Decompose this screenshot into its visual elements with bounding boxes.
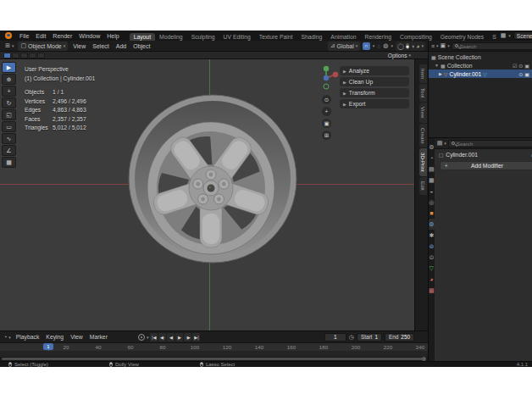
overlays-icon[interactable]: ◍	[383, 42, 388, 49]
breadcrumb-icon[interactable]: ▤	[437, 140, 443, 147]
options-button[interactable]: Options▾	[388, 53, 424, 58]
chevron-down-icon[interactable]: ▾	[373, 43, 375, 48]
shading-material-icon[interactable]: ◑	[411, 43, 414, 49]
topbar-menu[interactable]: Edit	[32, 33, 49, 39]
properties-tab-icon[interactable]: ◕	[429, 274, 435, 285]
workspace-tab[interactable]: Compositing	[396, 33, 436, 41]
timeline-tracks[interactable]	[0, 351, 428, 357]
workspace-tab[interactable]: Modeling	[155, 33, 187, 41]
playback-button[interactable]: |◀	[150, 333, 158, 342]
tool-button[interactable]: ▦	[2, 157, 16, 168]
properties-tab-icon[interactable]: ⚙	[429, 219, 435, 230]
workspace-tab[interactable]: Shading	[296, 33, 326, 41]
npanel-tab[interactable]: Item	[419, 64, 427, 83]
tool-button[interactable]: ⊕	[2, 74, 16, 85]
playback-button[interactable]: ·▶	[184, 333, 191, 342]
start-frame-field[interactable]: Start1	[357, 333, 382, 342]
nav-button[interactable]: ⊞	[322, 131, 331, 140]
shading-rendered-icon[interactable]: ◕	[416, 43, 419, 49]
properties-tab-icon[interactable]: ▽	[429, 263, 435, 274]
timeline-ruler[interactable]: 20406080100120140160180200220240 1	[0, 342, 428, 351]
editor-type-button[interactable]: ⊞▾	[3, 42, 16, 51]
npanel-tab[interactable]: View	[419, 103, 427, 122]
topbar-menu[interactable]: File	[16, 33, 32, 39]
tool-button[interactable]: ∠	[2, 145, 16, 156]
workspace-tab[interactable]: Texture Paint	[255, 33, 297, 41]
npanel-section[interactable]: ▶ Transform	[340, 88, 409, 97]
select-mode-subtract-button[interactable]	[20, 53, 28, 58]
nav-button[interactable]: +	[322, 107, 331, 116]
outliner-search-input[interactable]	[460, 43, 532, 49]
properties-search[interactable]	[448, 140, 532, 147]
display-mode-icon[interactable]: ▣	[441, 42, 446, 49]
workspace-tab[interactable]: Sculpting	[187, 33, 219, 41]
properties-tab-icon[interactable]: ⊙	[429, 252, 435, 263]
end-frame-field[interactable]: End250	[385, 333, 414, 342]
properties-tab-icon[interactable]: ■	[429, 208, 435, 219]
tool-button[interactable]: ◱	[2, 109, 16, 120]
npanel-tab[interactable]: Tool	[419, 84, 427, 102]
outliner-row-collection[interactable]: ▼ ▦ Collection ☑ ⊙ ▣	[429, 61, 532, 69]
nav-button[interactable]: ⊙	[322, 95, 331, 104]
chevron-down-icon[interactable]: ▼	[435, 63, 439, 68]
npanel-section[interactable]: ▶ Export	[340, 99, 409, 108]
properties-tab-icon[interactable]: ▤	[429, 164, 435, 175]
tool-button[interactable]: ▭	[2, 121, 16, 132]
select-mode-invert-button[interactable]	[29, 53, 36, 58]
tool-button[interactable]: +	[2, 86, 16, 97]
playback-button[interactable]: ◀	[167, 333, 175, 342]
viewport-menu[interactable]: Object	[130, 43, 153, 49]
chevron-right-icon[interactable]: ▶	[439, 71, 442, 76]
npanel-tab[interactable]: 3D-Print	[419, 148, 427, 176]
mode-selector[interactable]: ▢Object Mode▾	[18, 42, 68, 51]
properties-search-input[interactable]	[457, 141, 530, 147]
properties-tab-icon[interactable]: ◎	[429, 197, 435, 208]
timeline-menu[interactable]: Keying	[42, 334, 67, 340]
auto-keying-icon[interactable]	[138, 334, 145, 341]
select-mode-intersect-button[interactable]	[37, 53, 45, 58]
hide-eye-icon[interactable]: ⊙	[518, 63, 523, 69]
outliner-row-scene-collection[interactable]: ▦ Scene Collection	[429, 53, 532, 61]
tool-button[interactable]: ∿	[2, 133, 16, 144]
workspace-tab[interactable]: UV Editing	[219, 33, 255, 41]
topbar-menu[interactable]: Window	[75, 33, 103, 39]
current-frame-field[interactable]: 1	[324, 333, 346, 342]
properties-tab-icon[interactable]: ✱	[429, 230, 435, 241]
npanel-section[interactable]: ▶ Analyze	[340, 66, 409, 75]
workspace-tab[interactable]: Geometry Nodes	[436, 33, 488, 41]
timeline-menu[interactable]: Marker	[86, 334, 111, 340]
properties-tab-icon[interactable]: ▩	[429, 285, 435, 296]
shading-solid-icon[interactable]: ●	[406, 43, 409, 49]
hide-eye-icon[interactable]: ⊙	[518, 71, 523, 77]
tool-button[interactable]: ↻	[2, 97, 16, 108]
playback-button[interactable]: ▶	[175, 333, 183, 342]
timeline-menu[interactable]: View	[67, 334, 86, 340]
properties-tab-icon[interactable]: ◔	[429, 153, 435, 164]
disable-render-icon[interactable]: ▣	[524, 63, 529, 69]
navigation-gizmo[interactable]	[314, 64, 340, 92]
snap-magnet-icon[interactable]: ∩	[363, 42, 369, 50]
outliner-row-cylinder[interactable]: ▶ ▽ Cylinder.001 ▽ ⊙ ▣	[429, 69, 532, 78]
topbar-menu[interactable]: Render	[49, 33, 75, 39]
outliner-search[interactable]	[452, 42, 532, 50]
topbar-menu[interactable]: Help	[103, 33, 122, 39]
workspace-tab[interactable]: Layout	[130, 33, 155, 41]
blender-logo-icon[interactable]	[5, 32, 12, 39]
select-mode-extend-button[interactable]	[12, 53, 19, 58]
add-modifier-button[interactable]: + Add Modifier	[440, 161, 532, 170]
chevron-down-icon[interactable]: ▾	[421, 43, 424, 48]
properties-tab-icon[interactable]: ▦	[429, 175, 435, 186]
clock-icon[interactable]: ◷	[349, 334, 354, 341]
properties-tab-icon[interactable]: ⊚	[429, 241, 435, 252]
editor-type-icon[interactable]: ◔	[3, 334, 7, 340]
shading-wireframe-icon[interactable]: ◯	[397, 43, 404, 49]
chevron-down-icon[interactable]: ▾	[508, 33, 511, 38]
playback-button[interactable]: ◀·	[158, 333, 166, 342]
select-mode-new-button[interactable]	[3, 53, 11, 58]
editor-type-icon[interactable]: ≡	[431, 43, 435, 49]
viewport-menu[interactable]: View	[69, 43, 89, 49]
nav-button[interactable]: ▣	[322, 119, 331, 128]
workspace-tab[interactable]: Rendering	[361, 33, 396, 41]
viewport-menu[interactable]: Select	[89, 43, 112, 49]
timeline-menu[interactable]: Playback	[13, 334, 43, 340]
